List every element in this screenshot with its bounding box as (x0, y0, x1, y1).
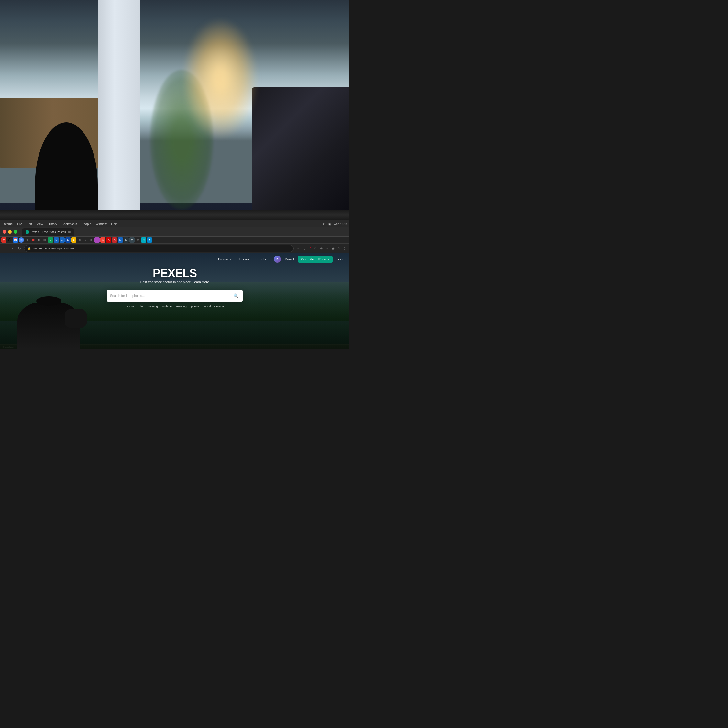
tag-phone[interactable]: phone (190, 304, 200, 309)
search-container: Search for free photos... 🔍 (107, 290, 243, 301)
minimize-button[interactable] (8, 230, 12, 234)
history-menu[interactable]: History (46, 221, 59, 226)
extension-11[interactable]: ◉ (77, 237, 82, 243)
url-bar[interactable]: 🔒 Secure https://www.pexels.com (24, 245, 294, 252)
chrome-toolbar-icons: M ⬡ 📅 ◎ ⊕ ⬤ ▣ ▤ M E E▸ E ▲ ◉ ↻ ⊞ T A A A… (0, 237, 349, 244)
search-bar[interactable]: Search for free photos... 🔍 (107, 290, 243, 301)
app-name-menu[interactable]: hrome (2, 221, 15, 226)
extension-2[interactable]: ⊕ (24, 237, 30, 243)
browser-action-icons: ☆ ◁ P ⊟ ⊗ ✦ ◉ ⬡ ⋮ (296, 246, 347, 251)
contribute-photos-button[interactable]: Contribute Photos (298, 256, 333, 263)
ext-icon-5[interactable]: ⬡ (336, 246, 341, 251)
tag-house[interactable]: house (125, 304, 136, 309)
extension-7[interactable]: E (54, 237, 59, 243)
more-options-button[interactable]: ⋯ (336, 256, 344, 262)
edit-menu[interactable]: Edit (24, 221, 34, 226)
extension-19[interactable]: M (124, 237, 129, 243)
pexels-logo-text: PEXELS (6, 268, 343, 279)
pexels-subtitle: Best free stock photos in one place. Lea… (6, 280, 343, 284)
browse-nav-link[interactable]: Browse ▾ (218, 257, 231, 261)
drive-icon[interactable]: ⬡ (7, 237, 12, 243)
extension-23[interactable]: ✦ (147, 237, 152, 243)
tools-nav-link[interactable]: Tools (258, 257, 266, 261)
extension-15[interactable]: A (100, 237, 106, 243)
person-backpack (65, 309, 87, 328)
extension-8[interactable]: E▸ (60, 237, 65, 243)
close-button[interactable] (3, 230, 6, 234)
back-button[interactable]: ‹ (3, 246, 8, 251)
more-icon[interactable]: ⋮ (342, 246, 347, 251)
extension-5[interactable]: ▤ (42, 237, 47, 243)
extension-21[interactable]: ⊙ (135, 237, 141, 243)
gmail-icon[interactable]: M (1, 237, 6, 243)
search-suggestions: house blur training vintage meeting phon… (0, 304, 349, 309)
extension-3[interactable]: ⬤ (31, 237, 35, 243)
window-controls (3, 230, 17, 234)
nav-separator-2 (254, 257, 254, 262)
subtitle-text: Best free stock photos in one place. (141, 280, 191, 284)
browse-label: Browse (218, 257, 229, 261)
nav-separator-3 (269, 257, 270, 262)
monitor-bezel (0, 210, 349, 220)
office-chair (252, 87, 349, 227)
calendar-icon[interactable]: 📅 (13, 237, 18, 243)
pinterest-icon[interactable]: P (307, 246, 312, 251)
extension-4[interactable]: ▣ (36, 237, 41, 243)
active-tab[interactable]: Pexels · Free Stock Photos × (22, 228, 74, 236)
architectural-pillar (98, 0, 140, 227)
license-nav-link[interactable]: License (239, 257, 250, 261)
extension-17[interactable]: A (112, 237, 117, 243)
tab-favicon (26, 230, 29, 234)
help-menu[interactable]: Help (109, 221, 120, 226)
search-submit-button[interactable]: 🔍 (232, 292, 239, 299)
bookmarks-menu[interactable]: Bookmarks (60, 221, 79, 226)
browser-window: hrome File Edit View History Bookmarks P… (0, 220, 349, 349)
extension-10[interactable]: ▲ (71, 237, 76, 243)
chrome-title-bar: Pexels · Free Stock Photos × (0, 228, 349, 237)
reload-button[interactable]: ↻ (17, 246, 22, 251)
window-menu[interactable]: Window (94, 221, 109, 226)
secure-icon: 🔒 (28, 247, 31, 250)
ext-icon-3[interactable]: ✦ (325, 246, 329, 251)
pexels-nav: Browse ▾ License Tools D Daniel Contribu… (0, 253, 349, 265)
browse-arrow-icon: ▾ (230, 258, 231, 261)
extension-18[interactable]: M (118, 237, 123, 243)
tag-vintage[interactable]: vintage (161, 304, 173, 309)
tag-wood[interactable]: wood (203, 304, 212, 309)
people-menu[interactable]: People (80, 221, 93, 226)
ext-icon-4[interactable]: ◉ (331, 246, 335, 251)
macos-menu-bar: hrome File Edit View History Bookmarks P… (0, 220, 349, 228)
extension-14[interactable]: T (95, 237, 99, 243)
ext-icon-2[interactable]: ⊗ (319, 246, 324, 251)
extension-20[interactable]: M (129, 237, 135, 243)
tab-close-button[interactable]: × (68, 231, 70, 233)
extension-9[interactable]: E (65, 237, 70, 243)
extension-12[interactable]: ↻ (83, 237, 88, 243)
ext-icon-1[interactable]: ⊟ (313, 246, 318, 251)
search-input[interactable]: Search for free photos... (110, 294, 230, 298)
person-body (17, 302, 80, 349)
url-display: https://www.pexels.com (44, 247, 74, 250)
user-avatar[interactable]: D (274, 255, 281, 263)
learn-more-link[interactable]: Learn more (193, 280, 209, 284)
star-bookmark-icon[interactable]: ☆ (296, 246, 300, 251)
extension-6[interactable]: M (48, 237, 53, 243)
forward-button[interactable]: › (10, 246, 15, 251)
tag-training[interactable]: training (147, 304, 159, 309)
file-menu[interactable]: File (15, 221, 24, 226)
extension-16[interactable]: A (106, 237, 111, 243)
extension-13[interactable]: ⊞ (89, 237, 94, 243)
wifi-icon: ⊙ (322, 222, 326, 226)
maximize-button[interactable] (14, 230, 17, 234)
battery-icon: ▣ (328, 222, 332, 226)
tag-meeting[interactable]: meeting (175, 304, 188, 309)
more-tags-button[interactable]: more → (214, 304, 224, 309)
user-name-link[interactable]: Daniel (285, 257, 294, 261)
tag-blur[interactable]: blur (138, 304, 145, 309)
extension-1[interactable]: ◎ (19, 237, 24, 243)
pexels-hero-section: PEXELS Best free stock photos in one pla… (0, 265, 349, 287)
extension-22[interactable]: ≋ (141, 237, 146, 243)
view-menu[interactable]: View (35, 221, 45, 226)
reading-list-icon[interactable]: ◁ (301, 246, 306, 251)
menu-right-status: ⊙ ▣ Wed 16:15 (322, 222, 347, 226)
